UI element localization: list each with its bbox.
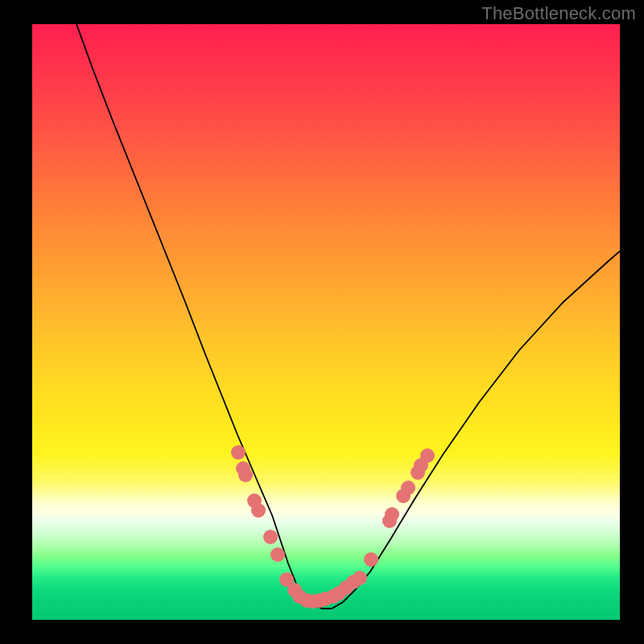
bottleneck-curve xyxy=(76,24,620,609)
data-marker xyxy=(385,507,399,522)
data-marker xyxy=(231,445,246,460)
plot-area xyxy=(32,24,620,620)
curve-svg xyxy=(32,24,620,620)
data-marker xyxy=(263,530,278,544)
data-marker xyxy=(353,571,367,585)
watermark-text: TheBottleneck.com xyxy=(481,3,636,24)
data-marker xyxy=(401,481,415,495)
data-marker xyxy=(251,503,266,518)
data-marker xyxy=(420,448,435,463)
chart-frame: TheBottleneck.com xyxy=(0,0,644,644)
marker-group xyxy=(231,445,435,609)
data-marker xyxy=(238,468,253,482)
data-marker xyxy=(364,552,378,567)
data-marker xyxy=(270,547,285,562)
